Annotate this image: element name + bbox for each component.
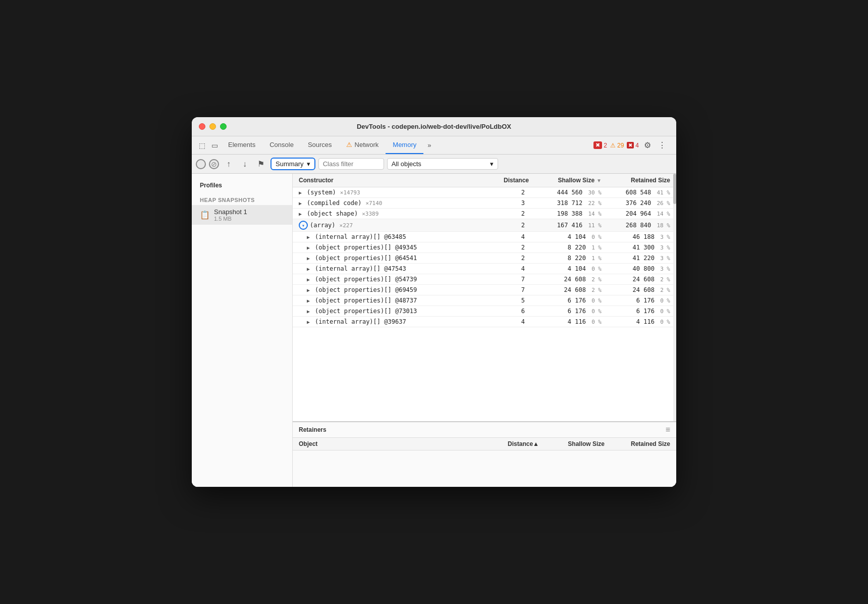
tab-console[interactable]: Console xyxy=(262,136,301,154)
scrollbar-thumb[interactable] xyxy=(673,174,676,204)
table-row[interactable]: ▶(system)×14793 2 444 560 30 % 608 548 4… xyxy=(293,187,676,198)
close-button[interactable] xyxy=(199,123,205,130)
all-objects-chevron-icon: ▾ xyxy=(490,160,494,168)
ret-header-shallow[interactable]: Shallow Size xyxy=(545,440,611,447)
more-options-icon[interactable]: ⋮ xyxy=(656,138,668,152)
status-area: ✖ 2 ⚠ 29 ✖ 4 ⚙ ⋮ xyxy=(589,136,672,154)
sort-arrow-icon: ▼ xyxy=(596,178,602,183)
retainers-menu-icon[interactable]: ≡ xyxy=(666,425,670,434)
tab-sources[interactable]: Sources xyxy=(301,136,339,154)
expand-icon[interactable]: ▶ xyxy=(307,266,313,272)
heap-snapshots-section: HEAP SNAPSHOTS xyxy=(192,193,292,205)
info-badge: ✖ 4 xyxy=(627,142,639,149)
main-panel: Constructor Distance Shallow Size ▼ Reta… xyxy=(293,174,676,487)
ret-header-retained[interactable]: Retained Size xyxy=(611,440,676,447)
inspector-icon[interactable]: ⬚ xyxy=(196,136,208,154)
ret-header-object[interactable]: Object xyxy=(293,440,495,447)
ret-header-distance[interactable]: Distance▲ xyxy=(495,440,545,447)
table-row[interactable]: ▶(internal array)[] @39637 4 4 116 0 % 4… xyxy=(293,317,676,327)
header-retained[interactable]: Retained Size xyxy=(606,177,676,184)
main-content: Profiles HEAP SNAPSHOTS 📋 Snapshot 1 1.5… xyxy=(192,174,676,487)
table-row[interactable]: ▶(object properties)[] @49345 2 8 220 1 … xyxy=(293,242,676,253)
tab-more[interactable]: » xyxy=(423,136,435,154)
device-icon[interactable]: ▭ xyxy=(208,136,221,154)
settings-icon[interactable]: ⚙ xyxy=(642,138,653,152)
download-icon[interactable]: ↓ xyxy=(238,158,251,171)
table-row[interactable]: ▶(object shape)×3389 2 198 388 14 % 204 … xyxy=(293,209,676,219)
table-body: ▶(system)×14793 2 444 560 30 % 608 548 4… xyxy=(293,187,676,421)
snapshot-icon: 📋 xyxy=(200,210,210,220)
expand-icon[interactable]: ▶ xyxy=(307,298,313,304)
retainers-table-header: Object Distance▲ Shallow Size Retained S… xyxy=(293,438,676,450)
header-distance[interactable]: Distance xyxy=(495,177,535,184)
expand-icon[interactable]: ▶ xyxy=(307,277,313,282)
retainers-section: Retainers ≡ Object Distance▲ Shallow Siz… xyxy=(293,421,676,487)
header-constructor[interactable]: Constructor xyxy=(293,177,495,184)
second-toolbar: ⊘ ↑ ↓ ⚑ Summary ▾ All objects ▾ xyxy=(192,155,676,174)
snapshot-item[interactable]: 📋 Snapshot 1 1.5 MB xyxy=(192,205,292,225)
tab-network[interactable]: ⚠ Network xyxy=(339,136,386,154)
maximize-button[interactable] xyxy=(220,123,227,130)
header-shallow[interactable]: Shallow Size ▼ xyxy=(535,177,606,184)
all-objects-dropdown[interactable]: All objects ▾ xyxy=(387,158,498,170)
devtools-window: DevTools - codepen.io/web-dot-dev/live/P… xyxy=(192,117,676,487)
table-row[interactable]: ▶(object properties)[] @69459 7 24 608 2… xyxy=(293,285,676,295)
tab-elements[interactable]: Elements xyxy=(221,136,262,154)
warning-badge: ⚠ 29 xyxy=(610,142,624,149)
clear-button[interactable]: ⊘ xyxy=(209,159,219,169)
class-filter-input[interactable] xyxy=(318,158,384,170)
table-row[interactable]: ▶(compiled code)×7140 3 318 712 22 % 376… xyxy=(293,198,676,209)
traffic-lights xyxy=(199,123,227,130)
table-header: Constructor Distance Shallow Size ▼ Reta… xyxy=(293,174,676,187)
expand-icon[interactable]: ▶ xyxy=(307,234,313,240)
tab-memory[interactable]: Memory xyxy=(386,136,423,154)
table-row[interactable]: ▶(object properties)[] @48737 5 6 176 0 … xyxy=(293,295,676,306)
record-button[interactable] xyxy=(196,159,206,169)
expand-icon[interactable]: ▶ xyxy=(299,200,305,206)
scrollbar-track[interactable] xyxy=(673,174,676,421)
chevron-down-icon: ▾ xyxy=(307,160,310,168)
expand-icon[interactable]: ▶ xyxy=(307,287,313,293)
expand-icon[interactable]: ▶ xyxy=(307,245,313,250)
table-row[interactable]: ▶(object properties)[] @73013 6 6 176 0 … xyxy=(293,306,676,317)
retainers-header: Retainers ≡ xyxy=(293,422,676,438)
minimize-button[interactable] xyxy=(209,123,216,130)
table-row-array[interactable]: ▾ (array)×227 2 167 416 11 % 268 840 18 … xyxy=(293,219,676,232)
summary-dropdown[interactable]: Summary ▾ xyxy=(270,158,315,170)
expand-icon[interactable]: ▶ xyxy=(307,256,313,261)
sidebar: Profiles HEAP SNAPSHOTS 📋 Snapshot 1 1.5… xyxy=(192,174,293,487)
table-row[interactable]: ▶(internal array)[] @47543 4 4 104 0 % 4… xyxy=(293,264,676,274)
expand-icon[interactable]: ▶ xyxy=(299,211,305,217)
expand-icon[interactable]: ▶ xyxy=(307,309,313,314)
tab-bar: ⬚ ▭ Elements Console Sources ⚠ Network M… xyxy=(192,136,676,155)
table-row[interactable]: ▶(object properties)[] @54739 7 24 608 2… xyxy=(293,274,676,285)
upload-icon[interactable]: ↑ xyxy=(222,158,235,171)
error-badge: ✖ 2 xyxy=(593,141,607,149)
filter-icon[interactable]: ⚑ xyxy=(254,158,267,171)
heap-table: Constructor Distance Shallow Size ▼ Reta… xyxy=(293,174,676,421)
table-row[interactable]: ▶(internal array)[] @63485 4 4 104 0 % 4… xyxy=(293,232,676,242)
titlebar: DevTools - codepen.io/web-dot-dev/live/P… xyxy=(192,117,676,136)
table-row[interactable]: ▶(object properties)[] @64541 2 8 220 1 … xyxy=(293,253,676,264)
expand-icon-array[interactable]: ▾ xyxy=(299,221,308,230)
profiles-title: Profiles xyxy=(192,180,292,193)
expand-icon[interactable]: ▶ xyxy=(307,319,313,325)
window-title: DevTools - codepen.io/web-dot-dev/live/P… xyxy=(357,123,511,130)
expand-icon[interactable]: ▶ xyxy=(299,190,305,195)
